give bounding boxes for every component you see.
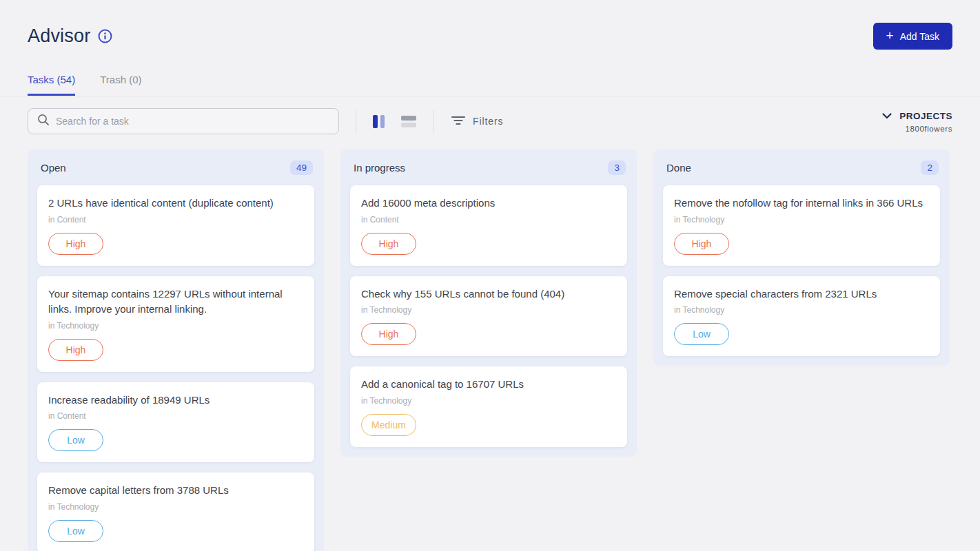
- column-title: Open: [41, 162, 66, 174]
- column-cards: Remove the nofollow tag for internal lin…: [663, 185, 940, 356]
- kanban-board: Open 49 2 URLs have identical content (d…: [0, 134, 980, 551]
- chevron-down-icon: [882, 110, 892, 122]
- page-header: Advisor + Add Task Tasks (54) Trash (0): [0, 0, 980, 96]
- priority-badge: High: [48, 339, 103, 361]
- projects-dropdown[interactable]: PROJECTS 1800flowers: [882, 110, 952, 133]
- task-title: Remove capital letters from 3788 URLs: [48, 483, 303, 499]
- list-view-icon[interactable]: [401, 116, 416, 127]
- priority-badge: Medium: [361, 414, 416, 436]
- kanban-view-icon[interactable]: [373, 115, 385, 128]
- task-category: in Content: [361, 215, 616, 225]
- tab-tasks[interactable]: Tasks (54): [28, 74, 75, 96]
- task-category: in Technology: [48, 502, 303, 512]
- task-card[interactable]: 2 URLs have identical content (duplicate…: [37, 185, 314, 266]
- kanban-column: In progress 3 Add 16000 meta description…: [340, 149, 637, 457]
- task-category: in Technology: [48, 321, 303, 331]
- projects-row: PROJECTS: [882, 110, 952, 122]
- kanban-column: Open 49 2 URLs have identical content (d…: [28, 149, 324, 551]
- title-row: Advisor + Add Task: [28, 0, 952, 50]
- search-input[interactable]: [56, 116, 329, 127]
- task-title: 2 URLs have identical content (duplicate…: [48, 196, 303, 211]
- column-count-badge: 2: [921, 160, 939, 175]
- task-category: in Content: [48, 411, 303, 421]
- task-card[interactable]: Check why 155 URLs cannot be found (404)…: [350, 276, 627, 357]
- task-title: Increase readability of 18949 URLs: [48, 393, 303, 408]
- selected-project: 1800flowers: [905, 125, 952, 133]
- page-title: Advisor: [28, 25, 90, 47]
- task-category: in Technology: [674, 215, 929, 225]
- tab-trash[interactable]: Trash (0): [100, 74, 141, 96]
- toolbar: Filters PROJECTS 1800flowers: [0, 96, 980, 134]
- column-count-badge: 3: [608, 160, 626, 175]
- search-box[interactable]: [28, 108, 339, 134]
- tab-bar: Tasks (54) Trash (0): [28, 74, 952, 96]
- advisor-page: Advisor + Add Task Tasks (54) Trash (0): [0, 0, 980, 551]
- task-card[interactable]: Remove the nofollow tag for internal lin…: [663, 185, 940, 266]
- task-card[interactable]: Add a canonical tag to 16707 URLs in Tec…: [350, 366, 627, 447]
- task-card[interactable]: Remove capital letters from 3788 URLs in…: [37, 472, 314, 551]
- kanban-column: Done 2 Remove the nofollow tag for inter…: [653, 149, 950, 366]
- filters-button[interactable]: Filters: [451, 116, 503, 127]
- priority-badge: Low: [674, 323, 729, 345]
- column-cards: Add 16000 meta descriptions in Content H…: [350, 185, 627, 447]
- filters-label: Filters: [473, 116, 503, 127]
- priority-badge: High: [48, 233, 103, 255]
- task-title: Add 16000 meta descriptions: [361, 196, 616, 211]
- toolbar-divider: [356, 110, 356, 133]
- task-card[interactable]: Remove special characters from 2321 URLs…: [663, 276, 940, 357]
- column-header: Open 49: [37, 158, 314, 175]
- task-title: Remove special characters from 2321 URLs: [674, 287, 929, 302]
- search-icon: [37, 114, 50, 129]
- column-title: In progress: [354, 162, 405, 174]
- task-card[interactable]: Your sitemap contains 12297 URLs without…: [37, 276, 314, 372]
- task-category: in Technology: [361, 305, 616, 315]
- priority-badge: High: [361, 323, 416, 345]
- task-card[interactable]: Increase readability of 18949 URLs in Co…: [37, 382, 314, 463]
- column-header: Done 2: [663, 158, 940, 175]
- task-category: in Content: [48, 215, 303, 225]
- priority-badge: Low: [48, 520, 103, 542]
- priority-badge: High: [674, 233, 729, 255]
- view-toggle: [373, 115, 416, 128]
- priority-badge: High: [361, 233, 416, 255]
- task-category: in Technology: [361, 396, 616, 406]
- column-title: Done: [666, 162, 691, 174]
- plus-icon: +: [886, 29, 894, 42]
- toolbar-divider: [433, 110, 433, 133]
- column-count-badge: 49: [290, 160, 313, 175]
- add-task-button[interactable]: + Add Task: [873, 23, 952, 50]
- info-icon[interactable]: [98, 29, 112, 43]
- task-title: Add a canonical tag to 16707 URLs: [361, 377, 616, 393]
- task-title: Remove the nofollow tag for internal lin…: [674, 196, 929, 211]
- column-cards: 2 URLs have identical content (duplicate…: [37, 185, 314, 551]
- filter-icon: [451, 116, 465, 127]
- task-title: Your sitemap contains 12297 URLs without…: [48, 287, 303, 318]
- add-task-label: Add Task: [900, 31, 939, 42]
- priority-badge: Low: [48, 429, 103, 451]
- task-category: in Technology: [674, 305, 929, 315]
- task-title: Check why 155 URLs cannot be found (404): [361, 287, 616, 302]
- task-card[interactable]: Add 16000 meta descriptions in Content H…: [350, 185, 627, 266]
- projects-label: PROJECTS: [899, 111, 952, 121]
- column-header: In progress 3: [350, 158, 627, 175]
